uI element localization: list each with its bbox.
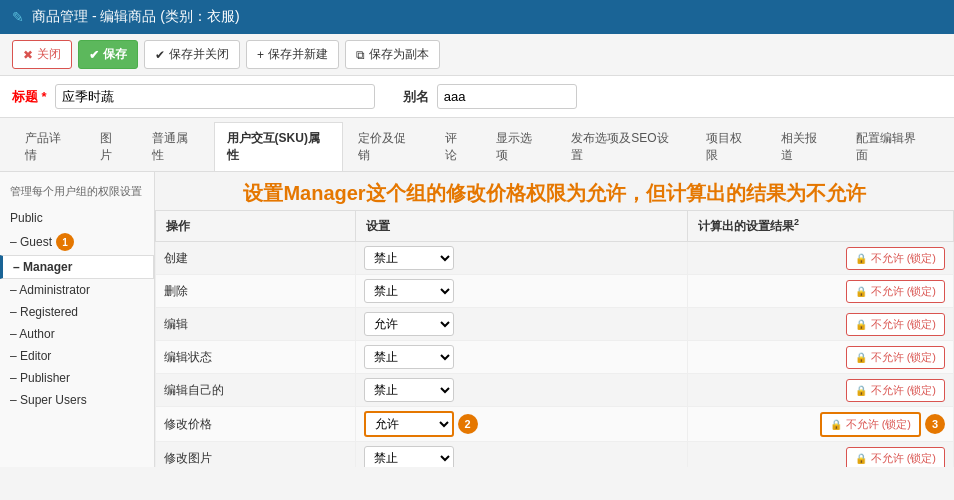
setting-select-6[interactable]: 禁止允许继承 (364, 446, 454, 467)
lock-icon: 🔒 (855, 453, 867, 464)
table-row-0: 创建禁止允许继承🔒 不允许 (锁定) (156, 242, 954, 275)
lock-icon: 🔒 (855, 286, 867, 297)
result-badge-6: 🔒 不允许 (锁定) (846, 447, 945, 468)
lock-icon: 🔒 (830, 419, 842, 430)
col-header-action: 操作 (156, 211, 356, 242)
setting-select-5[interactable]: 禁止允许继承 (364, 411, 454, 437)
tab------sku---[interactable]: 用户交互(SKU)属性 (214, 122, 343, 171)
result-cell-2: 🔒 不允许 (锁定) (688, 308, 954, 341)
sidebar: 管理每个用户组的权限设置 Public– Guest 1– Manager– A… (0, 172, 155, 467)
tab-------[interactable]: 配置编辑界面 (843, 122, 940, 171)
title-label: 标题 * (12, 88, 47, 106)
action-cell-3: 编辑状态 (156, 341, 356, 374)
table-row-2: 编辑禁止允许继承🔒 不允许 (锁定) (156, 308, 954, 341)
sidebar-item-6[interactable]: – Editor (0, 345, 154, 367)
lock-icon: 🔒 (855, 253, 867, 264)
save-close-button[interactable]: ✔ 保存并关闭 (144, 40, 240, 69)
alias-label: 别名 (403, 88, 429, 106)
result-cell-4: 🔒 不允许 (锁定) (688, 374, 954, 407)
save-icon: ✔ (89, 48, 99, 62)
tab-----[interactable]: 项目权限 (693, 122, 766, 171)
lock-icon: 🔒 (855, 385, 867, 396)
result-badge-2: 🔒 不允许 (锁定) (846, 313, 945, 336)
alias-input[interactable] (437, 84, 577, 109)
sidebar-item-8[interactable]: – Super Users (0, 389, 154, 411)
result-badge-3: 🔒 不允许 (锁定) (846, 346, 945, 369)
save-new-button[interactable]: + 保存并新建 (246, 40, 339, 69)
action-cell-0: 创建 (156, 242, 356, 275)
header-bar: ✎ 商品管理 - 编辑商品 (类别：衣服) (0, 0, 954, 34)
close-button[interactable]: ✖ 关闭 (12, 40, 72, 69)
lock-icon: 🔒 (855, 352, 867, 363)
action-cell-6: 修改图片 (156, 442, 356, 468)
action-cell-1: 删除 (156, 275, 356, 308)
lock-icon: 🔒 (855, 319, 867, 330)
badge2: 2 (458, 414, 478, 434)
close-icon: ✖ (23, 48, 33, 62)
tab-----[interactable]: 相关报道 (768, 122, 841, 171)
result-cell-1: 🔒 不允许 (锁定) (688, 275, 954, 308)
tab---[interactable]: 评论 (432, 122, 482, 171)
action-cell-4: 编辑自己的 (156, 374, 356, 407)
table-row-3: 编辑状态禁止允许继承🔒 不允许 (锁定) (156, 341, 954, 374)
setting-cell-3: 禁止允许继承 (355, 341, 688, 374)
setting-select-2[interactable]: 禁止允许继承 (364, 312, 454, 336)
sidebar-item-7[interactable]: – Publisher (0, 367, 154, 389)
main-content: 设置Manager这个组的修改价格权限为允许，但计算出的结果为不允许 操作 设置… (155, 172, 954, 467)
sidebar-item-3[interactable]: – Administrator (0, 279, 154, 301)
result-badge-5: 🔒 不允许 (锁定) (820, 412, 921, 437)
tab---[interactable]: 图片 (87, 122, 137, 171)
setting-select-0[interactable]: 禁止允许继承 (364, 246, 454, 270)
tab-----[interactable]: 产品详情 (12, 122, 85, 171)
tab-----[interactable]: 显示选项 (483, 122, 556, 171)
sidebar-title: 管理每个用户组的权限设置 (0, 180, 154, 207)
sidebar-item-2[interactable]: – Manager (0, 255, 154, 279)
save-button[interactable]: ✔ 保存 (78, 40, 138, 69)
setting-select-1[interactable]: 禁止允许继承 (364, 279, 454, 303)
setting-select-4[interactable]: 禁止允许继承 (364, 378, 454, 402)
badge3: 3 (925, 414, 945, 434)
table-row-4: 编辑自己的禁止允许继承🔒 不允许 (锁定) (156, 374, 954, 407)
result-cell-6: 🔒 不允许 (锁定) (688, 442, 954, 468)
action-cell-2: 编辑 (156, 308, 356, 341)
permissions-table: 操作 设置 计算出的设置结果2 创建禁止允许继承🔒 不允许 (锁定)删除禁止允许… (155, 210, 954, 467)
title-input[interactable] (55, 84, 375, 109)
setting-cell-5: 禁止允许继承2 (355, 407, 688, 442)
annotation-text: 设置Manager这个组的修改价格权限为允许，但计算出的结果为不允许 (155, 172, 954, 210)
checkmark-icon: ✔ (155, 48, 165, 62)
col-header-result: 计算出的设置结果2 (688, 211, 954, 242)
tab------[interactable]: 定价及促销 (345, 122, 430, 171)
setting-cell-6: 禁止允许继承 (355, 442, 688, 468)
result-cell-5: 🔒 不允许 (锁定)3 (688, 407, 954, 442)
page-title: 商品管理 - 编辑商品 (类别：衣服) (32, 8, 240, 26)
result-cell-0: 🔒 不允许 (锁定) (688, 242, 954, 275)
col-header-setting: 设置 (355, 211, 688, 242)
sidebar-item-1[interactable]: – Guest 1 (0, 229, 154, 255)
result-cell-3: 🔒 不允许 (锁定) (688, 341, 954, 374)
plus-icon: + (257, 48, 264, 62)
setting-cell-2: 禁止允许继承 (355, 308, 688, 341)
setting-select-3[interactable]: 禁止允许继承 (364, 345, 454, 369)
sidebar-item-4[interactable]: – Registered (0, 301, 154, 323)
result-badge-4: 🔒 不允许 (锁定) (846, 379, 945, 402)
sidebar-item-5[interactable]: – Author (0, 323, 154, 345)
setting-cell-4: 禁止允许继承 (355, 374, 688, 407)
table-row-6: 修改图片禁止允许继承🔒 不允许 (锁定) (156, 442, 954, 468)
edit-icon: ✎ (12, 9, 24, 25)
tab------seo--[interactable]: 发布选项及SEO设置 (558, 122, 691, 171)
table-row-5: 修改价格禁止允许继承2🔒 不允许 (锁定)3 (156, 407, 954, 442)
result-badge-0: 🔒 不允许 (锁定) (846, 247, 945, 270)
copy-icon: ⧉ (356, 48, 365, 62)
sidebar-item-0[interactable]: Public (0, 207, 154, 229)
badge-circle-1: 1 (56, 233, 74, 251)
setting-cell-0: 禁止允许继承 (355, 242, 688, 275)
tab-----[interactable]: 普通属性 (139, 122, 212, 171)
content-area: 管理每个用户组的权限设置 Public– Guest 1– Manager– A… (0, 172, 954, 467)
form-area: 标题 * 别名 (0, 76, 954, 118)
result-badge-1: 🔒 不允许 (锁定) (846, 280, 945, 303)
tabs: 产品详情图片普通属性用户交互(SKU)属性定价及促销评论显示选项发布选项及SEO… (0, 118, 954, 172)
table-row-1: 删除禁止允许继承🔒 不允许 (锁定) (156, 275, 954, 308)
toolbar: ✖ 关闭 ✔ 保存 ✔ 保存并关闭 + 保存并新建 ⧉ 保存为副本 (0, 34, 954, 76)
setting-cell-1: 禁止允许继承 (355, 275, 688, 308)
save-copy-button[interactable]: ⧉ 保存为副本 (345, 40, 440, 69)
